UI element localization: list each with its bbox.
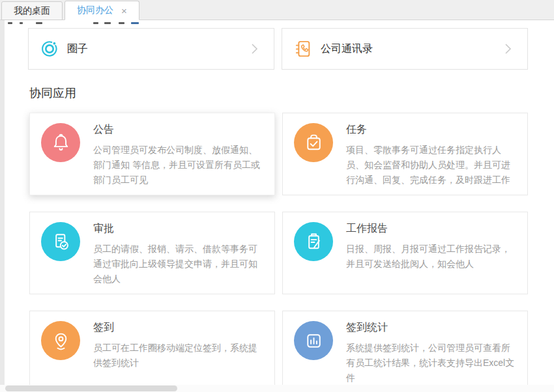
location-pin-icon [41, 321, 80, 360]
app-card-title: 审批 [93, 222, 264, 236]
app-card-approval[interactable]: 审批 员工的请假、报销、请示、借款等事务可通过审批向上级领导提交申请，并且可知会… [29, 212, 275, 294]
app-card-description: 日报、周报、月报可通过工作报告记录，并且可发送给批阅人，知会他人 [346, 242, 517, 272]
app-card-description: 员工可在工作圈移动端定位签到，系统提供签到统计 [93, 341, 264, 371]
entry-card-company-contacts[interactable]: 公司通讯录 [282, 28, 528, 70]
app-card-title: 签到统计 [346, 321, 517, 335]
collab-office-screen: 我的桌面 协同办公 × 圈子 [0, 0, 554, 392]
app-card-announcement[interactable]: 公告 公司管理员可发布公司制度、放假通知、部门通知 等信息，并且可设置所有员工或… [29, 113, 275, 195]
tab-collab-office[interactable]: 协同办公 × [65, 1, 139, 20]
app-card-title: 工作报告 [346, 222, 517, 236]
app-card-description: 员工的请假、报销、请示、借款等事务可通过审批向上级领导提交申请，并且可知会他人 [93, 242, 264, 287]
bar-chart-icon [294, 321, 333, 360]
tab-my-desktop[interactable]: 我的桌面 [1, 1, 63, 20]
section-title: 协同应用 [29, 85, 76, 101]
app-card-description: 公司管理员可发布公司制度、放假通知、部门通知 等信息，并且可设置所有员工或部门员… [93, 143, 264, 188]
app-card-description: 系统提供签到统计，公司管理员可查看所有员工统计结果，统计表支持导出Excel文件 [346, 341, 517, 385]
entry-card-label: 公司通讯录 [321, 42, 373, 56]
app-card-checkin[interactable]: 签到 员工可在工作圈移动端定位签到，系统提供签到统计 [29, 311, 275, 392]
app-card-description: 项目、零散事务可通过任务指定执行人员、知会监督和协助人员处理。并且可进行沟通、回… [346, 143, 517, 188]
clipboard-pencil-icon [294, 222, 333, 261]
left-gutter [0, 20, 5, 392]
entry-card-label: 圈子 [67, 42, 88, 56]
app-card-title: 公告 [93, 123, 264, 137]
app-card-title: 任务 [346, 123, 517, 137]
tab-my-desktop-label: 我的桌面 [14, 5, 50, 17]
app-card-title: 签到 [93, 321, 264, 335]
chevron-right-icon [251, 43, 258, 55]
bell-icon [41, 123, 80, 162]
phonebook-icon [293, 38, 313, 59]
entry-card-circle[interactable]: 圈子 [28, 28, 274, 70]
app-card-work-report[interactable]: 工作报告 日报、周报、月报可通过工作报告记录，并且可发送给批阅人，知会他人 [282, 212, 528, 294]
app-card-checkin-stats[interactable]: 签到统计 系统提供签到统计，公司管理员可查看所有员工统计结果，统计表支持导出Ex… [282, 311, 528, 392]
briefcase-check-icon [294, 123, 333, 162]
horizontal-scrollbar [0, 385, 554, 392]
document-check-icon [41, 222, 80, 261]
tab-bar: 我的桌面 协同办公 × [0, 0, 554, 20]
horizontal-scrollbar-thumb[interactable] [5, 385, 177, 391]
tab-collab-office-label: 协同办公 [77, 5, 113, 16]
app-card-tasks[interactable]: 任务 项目、零散事务可通过任务指定执行人员、知会监督和协助人员处理。并且可进行沟… [282, 113, 528, 195]
close-tab-icon[interactable]: × [121, 6, 127, 16]
chevron-right-icon [504, 43, 512, 55]
circles-icon [39, 38, 60, 59]
